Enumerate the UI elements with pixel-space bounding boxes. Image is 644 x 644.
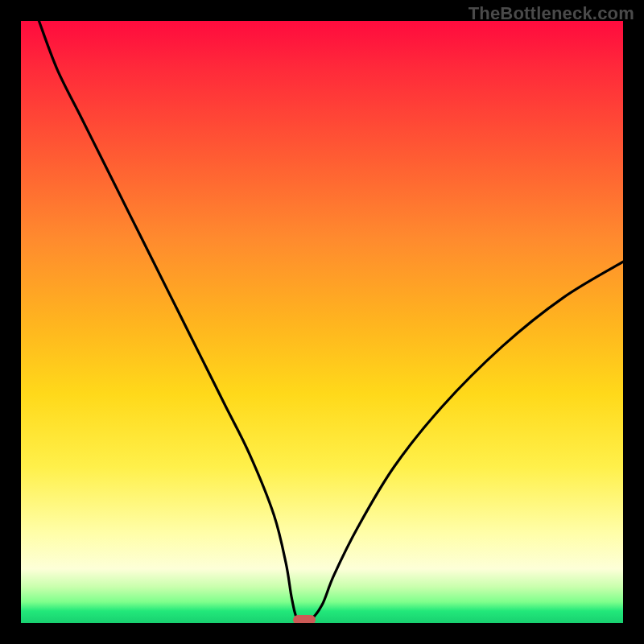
- plot-area: [21, 21, 623, 623]
- curve-svg: [21, 21, 623, 623]
- chart-frame: TheBottleneck.com: [0, 0, 644, 644]
- optimal-marker: [293, 615, 316, 623]
- watermark-text: TheBottleneck.com: [469, 3, 634, 24]
- bottleneck-curve: [39, 21, 623, 622]
